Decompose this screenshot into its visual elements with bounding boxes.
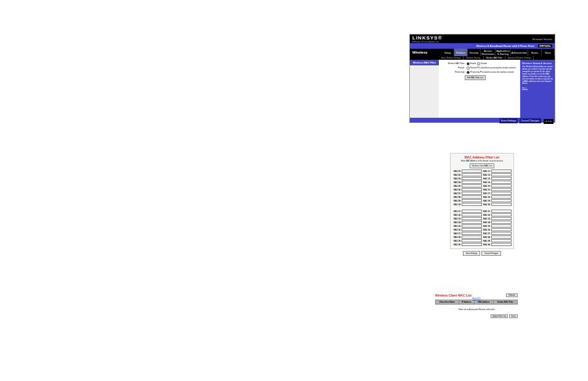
refresh-button[interactable]: Refresh <box>506 293 518 297</box>
mac-input[interactable] <box>462 177 482 180</box>
radio-permit[interactable] <box>467 71 470 74</box>
radio-prevent[interactable] <box>467 67 470 70</box>
close-button[interactable]: Close <box>509 314 518 318</box>
wireless-client-list-button[interactable]: Wireless Client MAC List <box>470 163 494 168</box>
mac-row: MAC 29:MAC 39: <box>452 239 512 242</box>
tab-voice[interactable]: Voice <box>542 49 555 56</box>
mac-label: MAC 17: <box>482 192 491 195</box>
mac-label: MAC 25: <box>452 225 462 227</box>
mac-label: MAC 09: <box>452 200 462 202</box>
mac-label: MAC 21: <box>452 210 462 213</box>
mac-input[interactable] <box>491 170 512 173</box>
mac-label: MAC 01: <box>452 170 462 173</box>
mac-input[interactable] <box>491 188 512 191</box>
mac-input[interactable] <box>491 217 512 220</box>
section-title: Wireless <box>410 49 441 56</box>
mac-filter-list-window: MAC Address Filter List Enter MAC Addres… <box>447 153 517 271</box>
update-filter-button[interactable]: Update Filter List <box>491 314 508 318</box>
mac-label: MAC 26: <box>452 229 462 231</box>
mac-label: MAC 10: <box>452 203 462 206</box>
main-panel: Wireless MAC Filter: Enable Disable Prev… <box>439 60 520 118</box>
mac-input[interactable] <box>491 232 512 235</box>
mac-input[interactable] <box>462 228 482 231</box>
mac-input[interactable] <box>462 213 482 216</box>
mac-input[interactable] <box>491 236 512 239</box>
mac-input[interactable] <box>491 221 512 224</box>
mac-filter-label: Wireless MAC Filter: <box>441 62 467 65</box>
mac-row: MAC 06:MAC 16: <box>452 188 512 191</box>
mac-input[interactable] <box>491 203 512 206</box>
mac-label: MAC 03: <box>452 178 462 180</box>
side-area: Wireless MAC Filter <box>410 60 439 118</box>
mac-input[interactable] <box>462 232 482 235</box>
mac-label: MAC 28: <box>452 236 462 239</box>
mac-input[interactable] <box>462 192 482 195</box>
tab-setup[interactable]: Setup <box>441 49 454 56</box>
save-button[interactable]: Save Settings <box>463 251 481 256</box>
tab-security[interactable]: Security <box>468 49 481 56</box>
tab-applications[interactable]: Applications & Gaming <box>496 49 511 56</box>
mac-label: MAC 40: <box>482 244 491 246</box>
mac-input[interactable] <box>491 213 512 216</box>
help-more-link[interactable]: More... <box>522 88 553 90</box>
mac-input[interactable] <box>462 173 482 176</box>
prevent-label: Prevent: <box>441 67 467 70</box>
mac-input[interactable] <box>462 203 482 206</box>
save-button[interactable]: Save Settings <box>499 118 518 123</box>
mac-input[interactable] <box>462 239 482 242</box>
mac-input[interactable] <box>491 239 512 242</box>
mac-input[interactable] <box>491 181 512 184</box>
mac-input[interactable] <box>462 199 482 202</box>
mac-input[interactable] <box>462 243 482 246</box>
mac-input[interactable] <box>491 210 512 213</box>
mac-input[interactable] <box>462 181 482 184</box>
tab-wireless[interactable]: Wireless <box>454 49 467 56</box>
cancel-button[interactable]: Cancel Changes <box>481 251 501 256</box>
radio-enable[interactable] <box>467 62 470 65</box>
tab-status[interactable]: Status <box>528 49 541 56</box>
mac-input[interactable] <box>462 184 482 187</box>
mac-input[interactable] <box>462 217 482 220</box>
help-title: Wireless Network Access <box>522 62 553 65</box>
mac-label: MAC 33: <box>482 218 491 220</box>
mac-input[interactable] <box>491 228 512 231</box>
tab-administration[interactable]: Administration <box>511 49 528 56</box>
mac-input[interactable] <box>462 210 482 213</box>
mac-input[interactable] <box>491 243 512 246</box>
mac-label: MAC 04: <box>452 181 462 184</box>
mac-row: MAC 02:MAC 12: <box>452 173 512 176</box>
mac-label: MAC 31: <box>482 210 491 213</box>
edit-mac-list-button[interactable]: Edit MAC Filter List <box>465 75 486 80</box>
brand-tagline: A Division of Cisco Systems, Inc. <box>412 41 443 43</box>
mac-row: MAC 24:MAC 34: <box>452 221 512 224</box>
col-ip: IP Address <box>459 300 474 305</box>
mac-row: MAC 05:MAC 15: <box>452 184 512 187</box>
mac-input[interactable] <box>462 188 482 191</box>
mac-input[interactable] <box>491 177 512 180</box>
mac-input[interactable] <box>491 184 512 187</box>
mac-input[interactable] <box>462 170 482 173</box>
mac-label: MAC 32: <box>482 214 491 216</box>
mac-input[interactable] <box>491 195 512 199</box>
firmware-label: Firmware Version: <box>533 38 552 41</box>
mac-row: MAC 03:MAC 13: <box>452 177 512 180</box>
mac-row: MAC 08:MAC 18: <box>452 195 512 199</box>
mac-row: MAC 23:MAC 33: <box>452 217 512 220</box>
mac-input[interactable] <box>491 173 512 176</box>
client-table: Client Host Name IP Address MAC Address … <box>435 300 518 305</box>
mac-input[interactable] <box>462 224 482 227</box>
mac-input[interactable] <box>462 236 482 239</box>
mac-label: MAC 13: <box>482 178 491 180</box>
mac-label: MAC 08: <box>452 196 462 199</box>
mac-row: MAC 07:MAC 17: <box>452 192 512 195</box>
mac-input[interactable] <box>491 224 512 227</box>
mac-input[interactable] <box>491 199 512 202</box>
top-bar: LINKSYS® A Division of Cisco Systems, In… <box>410 35 555 43</box>
mac-input[interactable] <box>491 192 512 195</box>
mac-label: MAC 12: <box>482 174 491 176</box>
mac-input[interactable] <box>462 221 482 224</box>
mac-input[interactable] <box>462 195 482 199</box>
cancel-button[interactable]: Cancel Changes <box>519 118 541 123</box>
radio-disable[interactable] <box>477 62 480 65</box>
tab-access-restrictions[interactable]: Access Restrictions <box>481 49 496 56</box>
